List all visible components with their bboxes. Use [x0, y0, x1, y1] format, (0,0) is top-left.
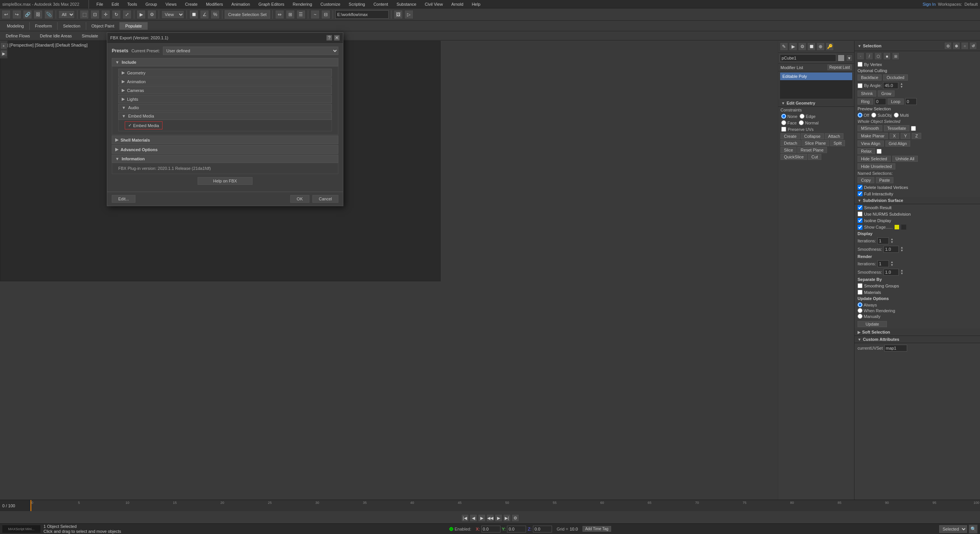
- fbx-help-icon-btn[interactable]: ?: [326, 35, 332, 41]
- preview-subobj[interactable]: SubObj: [871, 113, 891, 118]
- fbx-ok-btn[interactable]: OK: [290, 195, 309, 203]
- subtab-define-flows[interactable]: Define Flows: [2, 32, 34, 39]
- fbx-include-header[interactable]: ▼ Include: [112, 58, 338, 66]
- menu-customize[interactable]: Customize: [319, 1, 342, 7]
- currentuvset-value[interactable]: map1: [884, 345, 907, 352]
- rp-icon-tab-4[interactable]: 🔲: [807, 42, 816, 51]
- fbx-advanced-options-header[interactable]: ▶ Advanced Options: [112, 145, 338, 154]
- fbx-information-header[interactable]: ▼ Information: [112, 155, 338, 163]
- undo-btn[interactable]: ↩: [2, 10, 11, 19]
- tessellate-checkbox[interactable]: [911, 126, 916, 131]
- rp-icon-tab-5[interactable]: ⊕: [816, 42, 825, 51]
- modifier-editable-poly[interactable]: Editable Poly: [780, 73, 852, 80]
- relax-checkbox[interactable]: [877, 149, 882, 154]
- left-tool-2[interactable]: ▶: [0, 50, 7, 57]
- tab-freeform[interactable]: Freeform: [30, 22, 58, 30]
- by-angle-value[interactable]: 45.0: [883, 82, 898, 89]
- menu-modifiers[interactable]: Modifiers: [204, 1, 225, 7]
- next-frame-btn[interactable]: ▶: [495, 514, 502, 522]
- update-btn[interactable]: Update: [858, 321, 887, 327]
- smoothing-groups-checkbox[interactable]: [858, 283, 863, 288]
- attach-btn[interactable]: Attach: [825, 133, 843, 139]
- tab-modeling[interactable]: Modeling: [2, 22, 30, 30]
- move-btn[interactable]: ✛: [101, 10, 110, 19]
- relax-btn[interactable]: Relax: [858, 148, 875, 154]
- percent-snap-btn[interactable]: %: [211, 10, 220, 19]
- x-coord-value[interactable]: 0.0: [481, 526, 500, 532]
- hide-selected-btn[interactable]: Hide Selected: [858, 156, 891, 162]
- quickslice-btn[interactable]: QuickSlice: [780, 154, 807, 160]
- fbx-dialog-close-btn[interactable]: ✕: [334, 35, 340, 41]
- preset-dropdown[interactable]: User defined: [163, 47, 338, 55]
- detach-btn[interactable]: Detach: [780, 140, 801, 146]
- subtab-define-idle-areas[interactable]: Define Idle Areas: [36, 32, 76, 39]
- left-tool-1[interactable]: +: [0, 42, 7, 49]
- play-options-btn[interactable]: ⚙: [512, 514, 519, 522]
- add-time-tag-btn[interactable]: Add Time Tag: [583, 526, 611, 532]
- smoothness-value[interactable]: 1.0: [883, 246, 899, 253]
- tab-populate[interactable]: Populate: [120, 22, 147, 30]
- unlink-btn[interactable]: ⛓: [34, 10, 43, 19]
- menu-civil-view[interactable]: Civil View: [423, 1, 444, 7]
- menu-graph-editors[interactable]: Graph Editors: [257, 1, 286, 7]
- constraint-face[interactable]: Face: [781, 120, 797, 125]
- sign-in-btn[interactable]: Sign In: [923, 2, 936, 6]
- color-swatch[interactable]: [838, 55, 845, 61]
- view-dropdown[interactable]: View: [161, 10, 184, 19]
- options-btn[interactable]: ▼: [846, 55, 853, 61]
- render-iterations-value[interactable]: 1: [877, 260, 889, 267]
- cage-color-1[interactable]: [894, 224, 900, 230]
- menu-animation[interactable]: Animation: [230, 1, 252, 7]
- menu-file[interactable]: File: [95, 1, 105, 7]
- slice-btn[interactable]: Slice: [780, 147, 797, 153]
- custom-attr-collapse-arrow[interactable]: ▼: [858, 337, 861, 342]
- menu-create[interactable]: Create: [183, 1, 199, 7]
- unhide-all-btn[interactable]: Unhide All: [892, 156, 918, 162]
- timeline-track[interactable]: 0 5 10 15 20 25 30 35 40 45 50 55 60 65 …: [31, 500, 980, 511]
- angle-snap-btn[interactable]: ∠: [200, 10, 209, 19]
- isoline-display-checkbox[interactable]: [858, 218, 863, 223]
- msmooth-btn[interactable]: MSmooth: [858, 125, 882, 131]
- split-btn[interactable]: Split: [830, 140, 845, 146]
- zoom-search-btn[interactable]: 🔍: [969, 524, 978, 534]
- go-to-end-btn[interactable]: ▶|: [503, 514, 511, 522]
- selected-dropdown[interactable]: Selected: [939, 525, 967, 533]
- cut-btn[interactable]: Cut: [808, 154, 821, 160]
- edit-geometry-collapse-arrow[interactable]: ▼: [781, 101, 785, 105]
- z-coord-value[interactable]: 0.0: [533, 526, 552, 532]
- render-settings-btn[interactable]: ⚙: [147, 10, 156, 19]
- menu-group[interactable]: Group: [144, 1, 159, 7]
- y-coord-value[interactable]: 0.0: [507, 526, 526, 532]
- iter-spinners[interactable]: ▲ ▼: [890, 238, 893, 244]
- smooth-spinners[interactable]: ▲ ▼: [900, 246, 903, 252]
- update-always[interactable]: Always: [858, 302, 977, 307]
- menu-rendering[interactable]: Rendering: [291, 1, 314, 7]
- angle-spinners[interactable]: ▲ ▼: [900, 82, 903, 89]
- render-iter-spinners[interactable]: ▲ ▼: [890, 261, 893, 267]
- use-nurms-checkbox[interactable]: [858, 211, 863, 216]
- go-to-start-btn[interactable]: |◀: [461, 514, 469, 522]
- mirror-btn[interactable]: ⇔: [275, 10, 284, 19]
- shrink-btn[interactable]: Shrink: [858, 90, 876, 97]
- subtab-simulate[interactable]: Simulate: [77, 32, 102, 39]
- select-btn[interactable]: ⬚: [80, 10, 89, 19]
- menu-help[interactable]: Help: [470, 1, 482, 7]
- slice-plane-btn[interactable]: Slice Plane: [801, 140, 829, 146]
- sel-icon-grow[interactable]: ⊕: [953, 42, 960, 50]
- grow-btn[interactable]: Grow: [878, 90, 895, 97]
- preserve-uvs-checkbox[interactable]: [781, 127, 786, 132]
- play-btn[interactable]: ▶: [478, 514, 486, 522]
- filter-dropdown[interactable]: All: [58, 10, 75, 19]
- preview-off[interactable]: Off: [858, 113, 869, 118]
- object-name-field[interactable]: pCube1: [780, 54, 836, 62]
- subdiv-collapse-arrow[interactable]: ▼: [858, 198, 861, 203]
- show-cage-checkbox[interactable]: [858, 225, 863, 230]
- z-btn[interactable]: Z: [912, 133, 921, 139]
- iterations-value[interactable]: 1: [877, 237, 889, 244]
- materials-checkbox[interactable]: [858, 290, 863, 295]
- rp-icon-tab-2[interactable]: ▶: [789, 42, 797, 51]
- fbx-cancel-btn[interactable]: Cancel: [312, 195, 338, 203]
- path-field[interactable]: [335, 10, 389, 19]
- hide-unselected-btn[interactable]: Hide Unselected: [858, 163, 895, 169]
- copy-btn[interactable]: Copy: [858, 177, 874, 183]
